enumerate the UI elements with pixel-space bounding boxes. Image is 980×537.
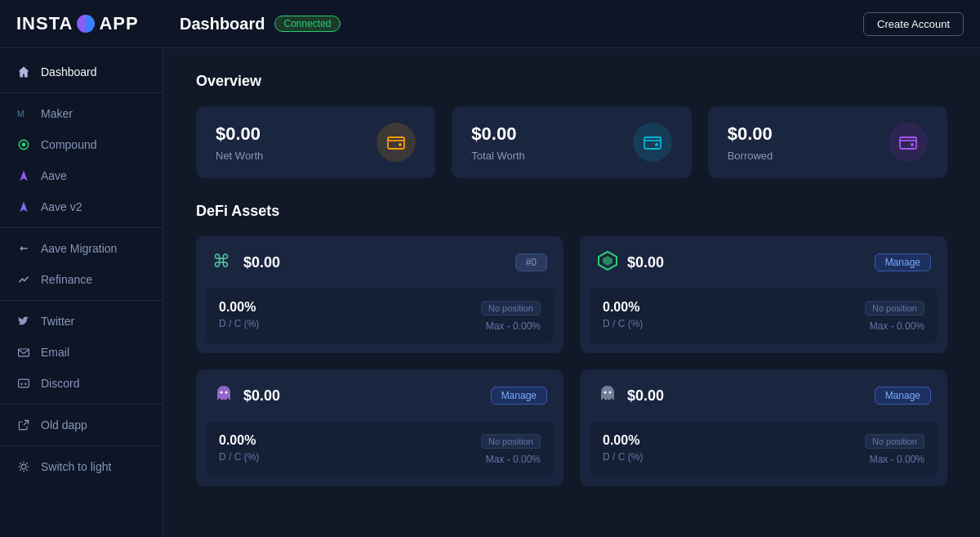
sidebar-item-email[interactable]: Email <box>0 337 163 368</box>
sidebar-label-aave: Aave <box>41 169 67 182</box>
net-worth-value: $0.00 <box>216 123 263 145</box>
svg-line-14 <box>20 469 20 470</box>
net-worth-icon <box>376 123 416 162</box>
sidebar-item-twitter[interactable]: Twitter <box>0 306 163 337</box>
defi-compound-manage-button[interactable]: Manage <box>875 253 931 271</box>
defi-aave2-dc-label: D / C (%) <box>603 451 643 463</box>
maker-defi-icon: ⌘ <box>212 249 235 275</box>
sidebar-label-aave-migration: Aave Migration <box>41 242 117 255</box>
svg-rect-20 <box>900 137 916 149</box>
external-icon <box>16 418 31 432</box>
defi-aave2-position-badge: No position <box>865 434 924 449</box>
defi-maker-body: 0.00% D / C (%) No position Max - 0.00% <box>206 289 554 343</box>
svg-point-6 <box>24 383 26 385</box>
total-worth-label: Total Worth <box>471 150 525 162</box>
svg-line-12 <box>20 463 20 463</box>
sidebar-item-compound[interactable]: Compound <box>0 129 163 160</box>
defi-aave1-value: $0.00 <box>243 387 280 405</box>
overview-title: Overview <box>196 73 947 90</box>
defi-card-maker-header: ⌘ $0.00 #0 <box>196 236 564 289</box>
home-icon <box>16 65 31 79</box>
sidebar-divider-4 <box>0 404 163 405</box>
svg-point-27 <box>604 392 607 394</box>
defi-maker-stats-right: No position Max - 0.00% <box>481 300 541 332</box>
email-icon <box>16 345 31 360</box>
defi-aave1-manage-button[interactable]: Manage <box>491 387 547 405</box>
discord-icon <box>16 376 31 391</box>
svg-point-19 <box>655 143 658 146</box>
svg-point-17 <box>399 143 402 146</box>
header-title: Dashboard <box>180 15 265 34</box>
sidebar-label-old-dapp: Old dapp <box>41 418 87 432</box>
sidebar: Dashboard M Maker Compound Aave Aav <box>0 48 163 537</box>
defi-compound-stats-left: 0.00% D / C (%) <box>603 300 643 329</box>
sidebar-label-compound: Compound <box>41 138 97 151</box>
sidebar-item-aave-migration[interactable]: Aave Migration <box>0 233 163 264</box>
defi-aave1-dc-label: D / C (%) <box>219 451 259 463</box>
net-worth-left: $0.00 Net Worth <box>216 123 263 162</box>
defi-maker-badge[interactable]: #0 <box>515 253 547 271</box>
defi-aave2-body: 0.00% D / C (%) No position Max - 0.00% <box>590 422 938 477</box>
svg-rect-16 <box>388 137 404 149</box>
sidebar-item-aave-v2[interactable]: Aave v2 <box>0 191 163 222</box>
svg-point-5 <box>20 383 22 385</box>
sidebar-label-maker: Maker <box>41 107 73 120</box>
defi-aave1-body: 0.00% D / C (%) No position Max - 0.00% <box>206 422 554 477</box>
svg-point-21 <box>911 143 914 146</box>
svg-line-15 <box>26 463 27 463</box>
total-worth-value: $0.00 <box>471 123 525 145</box>
borrowed-value: $0.00 <box>728 123 773 145</box>
defi-compound-stats-right: No position Max - 0.00% <box>865 300 924 332</box>
defi-card-maker: ⌘ $0.00 #0 0.00% D / C (%) No position M <box>196 236 564 353</box>
svg-point-28 <box>609 392 612 394</box>
sun-icon <box>16 459 31 474</box>
sidebar-label-email: Email <box>41 346 69 359</box>
defi-compound-body: 0.00% D / C (%) No position Max - 0.00% <box>590 289 938 343</box>
connected-badge: Connected <box>274 16 340 32</box>
defi-maker-percent: 0.00% <box>219 300 259 315</box>
ghost-defi-icon-1 <box>212 383 235 409</box>
borrowed-card: $0.00 Borrowed <box>708 106 947 178</box>
defi-card-maker-left: ⌘ $0.00 <box>212 249 280 275</box>
sidebar-item-maker[interactable]: M Maker <box>0 98 163 129</box>
sidebar-item-discord[interactable]: Discord <box>0 368 163 399</box>
defi-aave1-max-label: Max - 0.00% <box>481 454 541 465</box>
defi-aave1-percent: 0.00% <box>219 433 259 448</box>
migration-icon <box>16 241 31 256</box>
sidebar-item-old-dapp[interactable]: Old dapp <box>0 409 163 441</box>
sidebar-label-discord: Discord <box>41 377 79 390</box>
main-content: Overview $0.00 Net Worth $0.00 <box>163 48 980 537</box>
borrowed-icon <box>889 123 928 162</box>
defi-aave2-stats-left: 0.00% D / C (%) <box>603 433 643 463</box>
create-account-button[interactable]: Create Account <box>863 12 964 36</box>
ghost-defi-icon-2 <box>596 383 619 409</box>
svg-point-7 <box>21 464 26 469</box>
sidebar-item-aave[interactable]: Aave <box>0 160 163 191</box>
defi-aave2-manage-button[interactable]: Manage <box>875 387 931 405</box>
header-title-area: Dashboard Connected <box>180 15 863 34</box>
sidebar-item-refinance[interactable]: Refinance <box>0 264 163 295</box>
defi-grid: ⌘ $0.00 #0 0.00% D / C (%) No position M <box>196 236 947 486</box>
defi-maker-dc-label: D / C (%) <box>219 318 259 329</box>
defi-maker-position-badge: No position <box>481 301 541 315</box>
defi-card-aave1-header: $0.00 Manage <box>196 369 564 422</box>
sidebar-label-aave-v2: Aave v2 <box>41 200 82 213</box>
svg-line-13 <box>26 469 27 470</box>
defi-maker-stats-left: 0.00% D / C (%) <box>219 300 259 329</box>
defi-aave1-stats-left: 0.00% D / C (%) <box>219 433 259 463</box>
defi-aave2-value: $0.00 <box>627 387 664 405</box>
sidebar-item-dashboard[interactable]: Dashboard <box>0 56 163 87</box>
svg-rect-4 <box>19 379 29 387</box>
header: INSTA APP Dashboard Connected Create Acc… <box>0 0 980 48</box>
defi-aave1-position-badge: No position <box>481 434 541 449</box>
defi-aave2-max-label: Max - 0.00% <box>865 454 924 465</box>
defi-card-compound-left: $0.00 <box>596 249 664 275</box>
defi-aave2-stats-right: No position Max - 0.00% <box>865 433 924 465</box>
total-worth-icon <box>633 123 672 162</box>
sidebar-divider-1 <box>0 92 163 93</box>
sidebar-item-switch-light[interactable]: Switch to light <box>0 451 163 482</box>
svg-rect-18 <box>644 137 661 149</box>
defi-compound-dc-label: D / C (%) <box>603 318 643 329</box>
defi-compound-percent: 0.00% <box>603 300 643 315</box>
maker-icon: M <box>16 106 31 121</box>
